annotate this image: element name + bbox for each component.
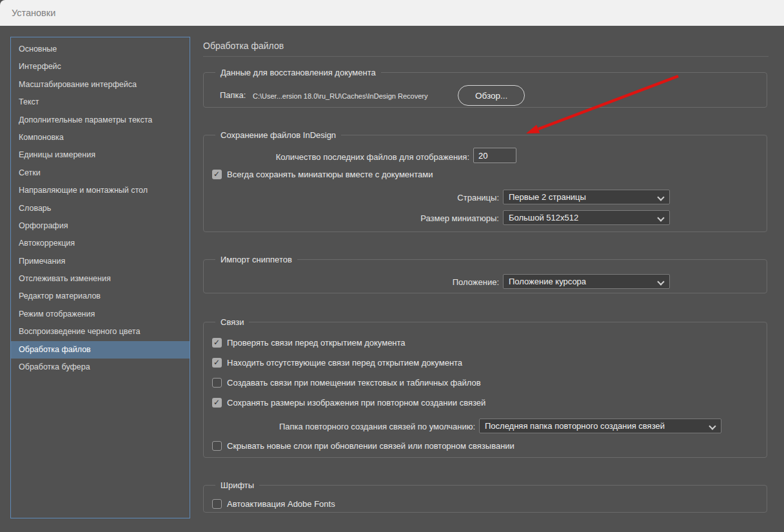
sidebar-item-units[interactable]: Единицы измерения xyxy=(11,146,190,164)
sidebar-item-spelling[interactable]: Орфография xyxy=(11,217,190,235)
thumbnails-checkbox[interactable] xyxy=(212,170,222,179)
thumb-size-dropdown-value: Большой 512x512 xyxy=(509,213,578,222)
adobe-fonts-label: Автоактивация Adobe Fonts xyxy=(227,499,335,509)
hide-new-layers-row[interactable]: Скрывать новые слои при обновлении связе… xyxy=(212,441,514,451)
sidebar-item-ui-scaling[interactable]: Масштабирование интерфейса xyxy=(11,76,190,94)
chevron-down-icon xyxy=(657,278,664,285)
find-missing-links-checkbox[interactable] xyxy=(212,358,222,368)
create-links-label: Создавать связи при помещении текстовых … xyxy=(227,378,481,388)
relink-folder-dropdown-value: Последняя папка повторного создания связ… xyxy=(485,421,665,431)
section-saving-files: Сохранение файлов InDesign Количество по… xyxy=(203,130,767,232)
window-title: Установки xyxy=(12,8,55,18)
window-titlebar[interactable]: Установки xyxy=(0,0,784,26)
recent-files-input[interactable] xyxy=(473,148,516,163)
sidebar-item-guides-pasteboard[interactable]: Направляющие и монтажный стол xyxy=(11,182,190,199)
section-fonts: Шрифты Автоактивация Adobe Fonts xyxy=(203,480,767,513)
sidebar-item-interface[interactable]: Интерфейс xyxy=(11,58,190,75)
folder-label: Папка: xyxy=(220,90,246,100)
section-links-legend: Связи xyxy=(215,317,249,327)
check-links-label: Проверять связи перед открытием документ… xyxy=(227,338,406,348)
adobe-fonts-row[interactable]: Автоактивация Adobe Fonts xyxy=(212,499,335,509)
pages-dropdown[interactable]: Первые 2 страницы xyxy=(503,190,670,204)
section-snippet-import-legend: Импорт сниппетов xyxy=(215,255,297,264)
sidebar-item-black-appearance[interactable]: Воспроизведение черного цвета xyxy=(11,323,190,340)
sidebar-item-general[interactable]: Основные xyxy=(11,41,190,58)
section-document-recovery-legend: Данные для восстановления документа xyxy=(215,68,381,77)
browse-button[interactable]: Обзор... xyxy=(458,85,525,106)
sidebar-item-type[interactable]: Текст xyxy=(11,94,190,111)
section-document-recovery: Данные для восстановления документа Папк… xyxy=(203,68,767,108)
find-missing-links-row[interactable]: Находить отсутствующие связи перед откры… xyxy=(212,358,462,368)
adobe-fonts-checkbox[interactable] xyxy=(212,499,222,509)
preferences-dialog: Основные Интерфейс Масштабирование интер… xyxy=(0,26,784,532)
sidebar-item-clipboard-handling[interactable]: Обработка буфера xyxy=(11,359,190,376)
page-title: Обработка файлов xyxy=(203,41,284,51)
find-missing-links-label: Находить отсутствующие связи перед откры… xyxy=(227,358,462,368)
relink-folder-dropdown[interactable]: Последняя папка повторного создания связ… xyxy=(479,419,721,433)
position-dropdown-value: Положение курсора xyxy=(509,277,586,286)
preserve-dimensions-checkbox[interactable] xyxy=(212,398,222,408)
chevron-down-icon xyxy=(657,193,664,201)
sidebar-item-autocorrect[interactable]: Автокоррекция xyxy=(11,235,190,252)
thumb-size-dropdown[interactable]: Большой 512x512 xyxy=(503,210,670,225)
chevron-down-icon xyxy=(657,214,664,221)
thumbnails-checkbox-label: Всегда сохранять миниатюры вместе с доку… xyxy=(227,170,433,179)
section-saving-files-legend: Сохранение файлов InDesign xyxy=(215,130,341,140)
sidebar-item-advanced-type[interactable]: Дополнительные параметры текста xyxy=(11,112,190,129)
position-dropdown[interactable]: Положение курсора xyxy=(503,274,670,289)
sidebar-item-file-handling[interactable]: Обработка файлов xyxy=(11,341,190,359)
sidebar-item-composition[interactable]: Компоновка xyxy=(11,129,190,146)
create-links-checkbox[interactable] xyxy=(212,378,222,388)
thumbnails-checkbox-row[interactable]: Всегда сохранять миниатюры вместе с доку… xyxy=(212,170,433,179)
section-links: Связи Проверять связи перед открытием до… xyxy=(203,317,767,458)
chevron-down-icon xyxy=(709,422,716,429)
section-fonts-legend: Шрифты xyxy=(215,480,259,490)
hide-new-layers-checkbox[interactable] xyxy=(212,441,222,451)
recent-files-label: Количество последних файлов для отображе… xyxy=(204,150,469,164)
sidebar-item-display-performance[interactable]: Режим отображения xyxy=(11,306,190,323)
relink-folder-label: Папка повторного создания связей по умол… xyxy=(204,419,475,434)
hide-new-layers-label: Скрывать новые слои при обновлении связе… xyxy=(227,441,514,451)
position-label: Положение: xyxy=(204,275,499,290)
check-links-checkbox[interactable] xyxy=(212,338,222,348)
sidebar-item-notes[interactable]: Примечания xyxy=(11,253,190,270)
create-links-row[interactable]: Создавать связи при помещении текстовых … xyxy=(212,378,481,388)
preferences-sidebar: Основные Интерфейс Масштабирование интер… xyxy=(10,37,190,518)
sidebar-item-dictionary[interactable]: Словарь xyxy=(11,200,190,217)
pages-label: Страницы: xyxy=(204,190,499,205)
preserve-dimensions-label: Сохранять размеры изображения при повтор… xyxy=(227,398,485,408)
sidebar-item-grids[interactable]: Сетки xyxy=(11,164,190,182)
section-snippet-import: Импорт сниппетов Положение: Положение ку… xyxy=(203,255,767,293)
title-divider xyxy=(203,56,769,57)
sidebar-item-story-editor[interactable]: Редактор материалов xyxy=(11,288,190,305)
check-links-row[interactable]: Проверять связи перед открытием документ… xyxy=(212,338,406,348)
thumb-size-label: Размер миниатюры: xyxy=(204,211,499,226)
pages-dropdown-value: Первые 2 страницы xyxy=(509,192,586,202)
recovery-folder-path: C:\User...ersion 18.0\ru_RU\Caches\InDes… xyxy=(253,92,427,100)
sidebar-item-track-changes[interactable]: Отслеживать изменения xyxy=(11,270,190,288)
preserve-dimensions-row[interactable]: Сохранять размеры изображения при повтор… xyxy=(212,398,485,408)
